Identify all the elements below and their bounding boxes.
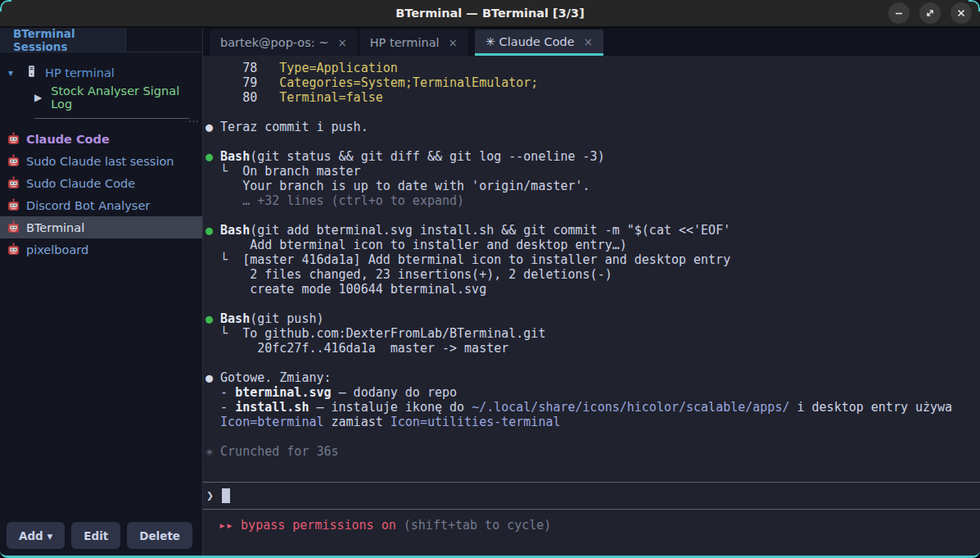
terminal-line	[205, 208, 977, 223]
terminal-line: Icon=bterminal zamiast Icon=utilities-te…	[205, 415, 977, 429]
terminal-tab[interactable]: ✳ Claude Code ×	[475, 29, 603, 56]
tab-close-icon[interactable]: ×	[584, 35, 593, 48]
robot-icon	[7, 220, 20, 234]
terminal-line: ● Gotowe. Zmiany:	[205, 370, 977, 385]
tab-close-icon[interactable]: ×	[337, 36, 346, 49]
session-label: Sudo Claude Code	[26, 177, 135, 190]
prompt-chevron: ❯	[206, 488, 214, 503]
maximize-icon	[925, 8, 935, 18]
terminal-line: … +32 lines (ctrl+o to expand)	[205, 193, 977, 208]
maximize-button[interactable]	[919, 2, 941, 24]
terminal-line: └ On branch master	[205, 164, 977, 179]
terminal-line: Your branch is up to date with 'origin/m…	[205, 179, 977, 193]
terminal-line	[205, 105, 977, 120]
tab-label: bartek@pop-os: ~	[220, 36, 328, 49]
session-label: Claude Code	[26, 133, 110, 146]
terminal-line: create mode 100644 bterminal.svg	[205, 282, 977, 297]
prompt-row[interactable]: ❯	[203, 482, 980, 510]
terminal-line: 78 Type=Application	[205, 61, 977, 75]
close-icon	[956, 8, 966, 18]
text-cursor	[222, 488, 230, 503]
main-area: bartek@pop-os: ~ × HP terminal × ✳ Claud…	[203, 28, 980, 556]
sidebar-title: BTerminal Sessions	[13, 27, 125, 53]
terminal-line: ✳ Crunched for 36s	[205, 444, 977, 459]
terminal-line: └ [master 416da1a] Add bterminal icon to…	[205, 252, 977, 267]
tree-item-stock-analyser[interactable]: ▶ Stock Analyser Signal Log	[0, 85, 202, 110]
tab-label: ✳ Claude Code	[485, 35, 575, 48]
tree-item-hp-terminal[interactable]: ▾ HP terminal	[0, 61, 202, 85]
terminal-line: ● Teraz commit i push.	[205, 120, 977, 134]
terminal-line: - bterminal.svg — dodany do repo	[205, 385, 977, 400]
terminal-line: 80 Terminal=false	[205, 90, 977, 105]
session-item[interactable]: Sudo Claude last session	[0, 150, 202, 172]
minimize-icon	[894, 8, 904, 18]
tree-item-label: HP terminal	[45, 66, 115, 79]
edit-session-button[interactable]: Edit	[71, 522, 120, 549]
titlebar: BTerminal — BTerminal [3/3]	[0, 0, 980, 28]
session-item[interactable]: pixelboard	[0, 238, 202, 261]
sidebar-header-tab: BTerminal Sessions	[0, 28, 126, 52]
tab-label: HP terminal	[370, 36, 440, 49]
robot-icon	[7, 132, 20, 146]
collapse-arrow-icon[interactable]: ▾	[8, 67, 18, 79]
terminal-tab[interactable]: HP terminal ×	[359, 29, 468, 56]
permissions-status-bar[interactable]: ▸▸ bypass permissions on (shift+tab to c…	[203, 510, 980, 556]
session-item[interactable]: BTerminal	[0, 216, 202, 238]
terminal-line	[205, 429, 977, 444]
session-item[interactable]: Claude Code	[0, 128, 202, 150]
terminal-pane[interactable]: 78 Type=Application 79 Categories=System…	[203, 56, 980, 556]
mode-cycle-hint: (shift+tab to cycle)	[396, 518, 552, 533]
sessions-sidebar: BTerminal Sessions ▾ HP terminal	[0, 28, 203, 556]
terminal-line: ● Bash(git push)	[205, 311, 977, 326]
divider-ellipsis: …	[188, 112, 199, 125]
terminal-line: 20fc27f..416da1a master -> master	[205, 341, 977, 356]
session-label: BTerminal	[26, 221, 84, 234]
terminal-line	[205, 356, 977, 370]
terminal-line: ● Bash(git add bterminal.svg install.sh …	[205, 223, 977, 238]
play-icon: ▶	[34, 92, 42, 103]
bterminal-window: BTerminal — BTerminal [3/3]	[0, 0, 980, 558]
terminal-output: 78 Type=Application 79 Categories=System…	[203, 56, 980, 482]
session-label: Sudo Claude last session	[26, 155, 174, 168]
divider-line	[34, 118, 189, 119]
terminal-line: ● Bash(git status && git diff && git log…	[205, 149, 977, 164]
tree-item-label: Stock Analyser Signal Log	[51, 84, 202, 111]
robot-icon	[7, 243, 20, 256]
minimize-button[interactable]	[888, 2, 910, 24]
pc-tower-icon	[25, 65, 38, 81]
session-tree: ▾ HP terminal ▶ Stock Analyser Signal Lo…	[0, 52, 202, 128]
session-label: Discord Bot Analyser	[26, 199, 150, 212]
sidebar-divider: …	[0, 110, 202, 128]
terminal-line: 2 files changed, 23 insertions(+), 2 del…	[205, 267, 977, 282]
terminal-line: Add bterminal icon to installer and desk…	[205, 238, 977, 252]
sidebar-button-bar: Add ▾ Edit Delete	[0, 515, 202, 556]
terminal-line: 79 Categories=System;TerminalEmulator;	[205, 75, 977, 90]
terminal-line	[205, 297, 977, 311]
tab-bar: bartek@pop-os: ~ × HP terminal × ✳ Claud…	[203, 28, 980, 56]
session-list: Claude Code Sudo Claude last session	[0, 128, 202, 261]
close-button[interactable]	[951, 2, 972, 24]
window-title: BTerminal — BTerminal [3/3]	[0, 7, 980, 20]
delete-session-button[interactable]: Delete	[127, 522, 192, 549]
window-controls	[888, 2, 980, 24]
terminal-line	[205, 134, 977, 149]
robot-icon	[7, 198, 20, 212]
terminal-line: └ To github.com:DexterFromLab/BTerminal.…	[205, 326, 977, 341]
sidebar-header-bar: BTerminal Sessions	[0, 28, 202, 52]
bypass-mode-label: ▸▸ bypass permissions on	[219, 518, 396, 533]
session-label: pixelboard	[26, 243, 88, 256]
tab-close-icon[interactable]: ×	[449, 36, 458, 49]
session-item[interactable]: Discord Bot Analyser	[0, 194, 202, 216]
add-session-button[interactable]: Add ▾	[7, 522, 65, 549]
robot-icon	[7, 154, 20, 168]
session-item[interactable]: Sudo Claude Code	[0, 172, 202, 194]
terminal-line: - install.sh — instaluje ikonę do ~/.loc…	[205, 400, 977, 415]
terminal-tab[interactable]: bartek@pop-os: ~ ×	[210, 29, 358, 56]
robot-icon	[7, 176, 20, 190]
